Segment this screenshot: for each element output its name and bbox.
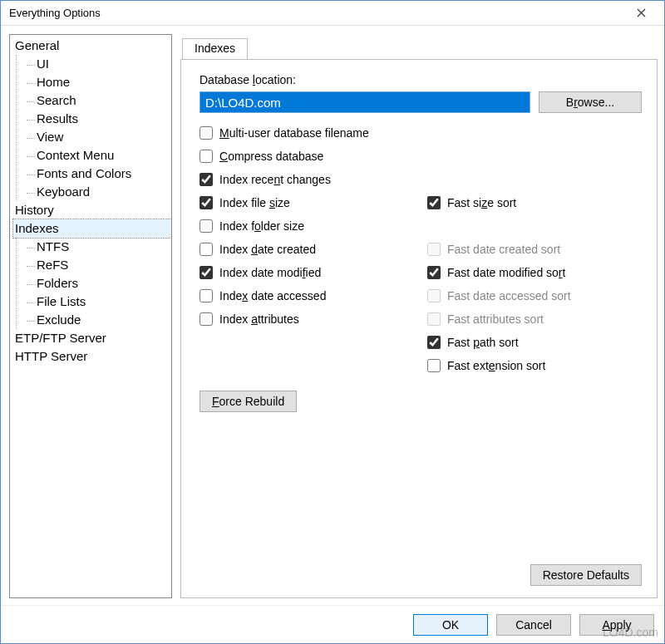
tree-item-http[interactable]: HTTP Server [13, 347, 171, 366]
check-fast-created: Fast date created sort [427, 243, 642, 256]
db-location-row: Browse... [200, 91, 642, 113]
tree-item-context-menu[interactable]: Context Menu [25, 146, 171, 165]
tab-strip: Indexes [180, 37, 658, 59]
dialog-footer: OK Cancel Apply [1, 605, 664, 643]
check-attributes[interactable]: Index attributes [200, 312, 427, 326]
checkbox-date-created[interactable] [200, 243, 213, 256]
tree-group-general: UI Home Search Results View Context Menu… [13, 55, 171, 201]
titlebar: Everything Options [1, 1, 664, 26]
tab-indexes[interactable]: Indexes [182, 38, 248, 60]
tree-item-indexes[interactable]: Indexes [13, 219, 171, 238]
dialog-body: General UI Home Search Results View Cont… [1, 26, 664, 605]
content-area: Indexes Database location: Browse... Mul… [180, 34, 658, 598]
close-button[interactable] [624, 2, 658, 25]
checkbox-recent[interactable] [200, 173, 213, 186]
checkbox-compress[interactable] [200, 150, 213, 163]
checkbox-grid: Multi-user database filename Compress da… [200, 126, 642, 372]
category-tree[interactable]: General UI Home Search Results View Cont… [9, 34, 172, 598]
check-folder-size[interactable]: Index folder size [200, 219, 642, 233]
window-title: Everything Options [9, 7, 624, 19]
check-fast-size[interactable]: Fast size sort [427, 196, 642, 209]
cancel-button[interactable]: Cancel [496, 614, 571, 636]
check-fast-modified[interactable]: Fast date modified sort [427, 266, 642, 279]
db-location-label: Database location: [200, 73, 642, 86]
tree-item-ntfs[interactable]: NTFS [25, 238, 171, 256]
tree-item-keyboard[interactable]: Keyboard [25, 183, 171, 201]
check-fast-accessed: Fast date accessed sort [427, 289, 642, 302]
browse-button[interactable]: Browse... [539, 91, 642, 113]
tree-item-results[interactable]: Results [25, 110, 171, 128]
tree-item-file-lists[interactable]: File Lists [25, 293, 171, 311]
checkbox-fast-modified[interactable] [427, 266, 441, 279]
tree-item-refs[interactable]: ReFS [25, 256, 171, 274]
checkbox-fast-attributes [427, 312, 441, 326]
checkbox-fast-ext[interactable] [427, 359, 441, 372]
tree-item-fonts-colors[interactable]: Fonts and Colors [25, 165, 171, 183]
check-recent[interactable]: Index recent changes [200, 173, 642, 186]
checkbox-date-accessed[interactable] [200, 289, 213, 302]
check-fast-ext[interactable]: Fast extension sort [427, 359, 642, 372]
tree-item-search[interactable]: Search [25, 91, 171, 110]
checkbox-file-size[interactable] [200, 196, 213, 209]
tree-item-view[interactable]: View [25, 128, 171, 146]
ok-button[interactable]: OK [413, 614, 488, 636]
check-fast-attributes: Fast attributes sort [427, 312, 642, 326]
checkbox-fast-size[interactable] [427, 196, 441, 209]
options-window: Everything Options General UI Home Searc… [0, 0, 665, 644]
db-location-input[interactable] [200, 91, 530, 113]
tree-item-history[interactable]: History [13, 201, 171, 219]
tree-item-ui[interactable]: UI [25, 55, 171, 73]
checkbox-attributes[interactable] [200, 312, 213, 326]
checkbox-folder-size[interactable] [200, 219, 213, 233]
check-fast-path[interactable]: Fast path sort [427, 336, 642, 349]
tree-item-general[interactable]: General [13, 37, 171, 55]
force-rebuild-button[interactable]: Force Rebuild [200, 391, 297, 412]
checkbox-fast-path[interactable] [427, 336, 441, 349]
checkbox-date-modified[interactable] [200, 266, 213, 279]
tree-item-home[interactable]: Home [25, 73, 171, 91]
checkbox-fast-accessed [427, 289, 441, 302]
tree-item-exclude[interactable]: Exclude [25, 311, 171, 329]
checkbox-fast-created [427, 243, 441, 256]
force-rebuild-row: Force Rebuild [200, 391, 642, 412]
check-date-accessed[interactable]: Index date accessed [200, 289, 427, 302]
tree-item-etp-ftp[interactable]: ETP/FTP Server [13, 329, 171, 347]
indexes-panel: Database location: Browse... Multi-user … [180, 59, 658, 598]
apply-button[interactable]: Apply [579, 614, 654, 636]
restore-row: Restore Defaults [200, 554, 642, 586]
check-date-created[interactable]: Index date created [200, 243, 427, 256]
tree-group-indexes: NTFS ReFS Folders File Lists Exclude [13, 238, 171, 329]
checkbox-multi-user[interactable] [200, 126, 213, 140]
check-date-modified[interactable]: Index date modified [200, 266, 427, 279]
check-multi-user[interactable]: Multi-user database filename [200, 126, 642, 140]
check-compress[interactable]: Compress database [200, 150, 642, 163]
check-file-size[interactable]: Index file size [200, 196, 427, 209]
tree-item-folders[interactable]: Folders [25, 274, 171, 293]
restore-defaults-button[interactable]: Restore Defaults [530, 564, 642, 586]
close-icon [637, 8, 646, 17]
